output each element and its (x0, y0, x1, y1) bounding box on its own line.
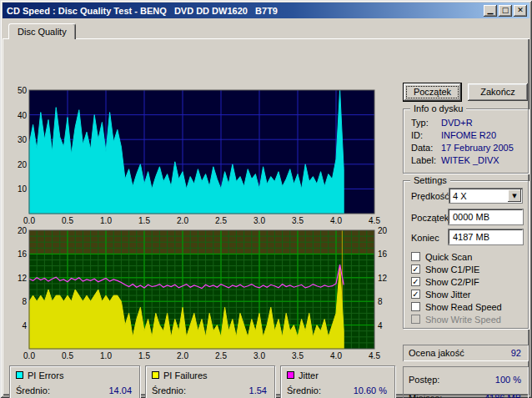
svg-text:30: 30 (18, 135, 28, 144)
svg-text:16: 16 (18, 249, 28, 259)
checkbox-box: ✓ (411, 264, 420, 274)
tab-page: 0.00.51.01.52.02.53.03.54.04.51020304050… (3, 38, 529, 395)
checkbox-label: Quick Scan (425, 252, 472, 262)
pi-failures-panel: PI Failures Średnio:1.54 Maksimum:14 Cał… (145, 365, 275, 398)
window-controls: ▁ □ ✕ (484, 5, 529, 17)
disc-type-label: Typ: (411, 118, 441, 128)
disc-date-value: 17 February 2005 (441, 143, 514, 153)
end-position-input[interactable] (449, 229, 523, 244)
svg-text:0.5: 0.5 (62, 216, 73, 225)
speed-select[interactable]: 4 X ▼ (449, 188, 523, 204)
settings-group: Settings Prędkość 4 X ▼ Początek Koniec … (403, 180, 529, 329)
checkbox-box (411, 315, 420, 324)
svg-text:2.5: 2.5 (215, 216, 227, 225)
pi-failures-jitter-chart: 0.00.51.01.52.02.53.03.54.04.54812162048… (9, 227, 396, 362)
svg-text:0.0: 0.0 (23, 216, 35, 225)
pi-failures-swatch-icon (152, 371, 159, 379)
svg-text:20: 20 (18, 160, 28, 169)
checkmark-icon: ✓ (412, 278, 419, 285)
exit-button[interactable]: Zakończ (468, 83, 528, 101)
stat-label: Średnio: (152, 385, 186, 395)
svg-text:4.0: 4.0 (330, 351, 342, 360)
disc-label-label: Label: (411, 155, 441, 165)
svg-text:4.5: 4.5 (369, 351, 380, 360)
quality-score-value: 92 (511, 348, 521, 358)
checkbox-label: Show Jitter (425, 290, 470, 300)
checkbox-label: Show C2/PIF (425, 277, 479, 287)
svg-text:2.5: 2.5 (215, 351, 227, 360)
svg-text:3.0: 3.0 (253, 351, 265, 360)
progress-value: 100 % (495, 375, 521, 385)
svg-text:12: 12 (378, 274, 388, 283)
jitter-swatch-icon (287, 371, 294, 379)
start-position-label: Początek (411, 213, 449, 223)
disc-date-label: Data: (411, 143, 441, 153)
start-button[interactable]: Początek (404, 83, 461, 101)
tab-disc-quality[interactable]: Disc Quality (8, 23, 76, 39)
minimize-button[interactable]: ▁ (484, 5, 497, 17)
svg-text:3.5: 3.5 (292, 351, 304, 360)
stat-value: 1.54 (249, 385, 267, 395)
checkbox-label: Show C1/PIE (425, 264, 479, 275)
maximize-button[interactable]: □ (499, 5, 512, 17)
checkbox-box: ✓ (411, 290, 420, 299)
svg-text:1.5: 1.5 (138, 351, 150, 360)
checkmark-icon: ✓ (412, 265, 419, 273)
pi-errors-title: PI Errors (28, 370, 63, 380)
checkmark-icon: ✓ (412, 290, 419, 298)
minimize-icon: ▁ (488, 6, 494, 14)
end-position-label: Koniec (411, 233, 439, 243)
disc-id-value: INFOME R20 (441, 130, 496, 140)
svg-text:4: 4 (22, 321, 27, 330)
window-title: CD Speed : Disc Quality Test - BENQ DVD … (7, 6, 278, 16)
svg-text:20: 20 (378, 227, 388, 235)
svg-text:12: 12 (18, 274, 28, 283)
svg-text:1.0: 1.0 (100, 216, 112, 225)
checkbox-show-jitter[interactable]: ✓ Show Jitter (411, 289, 470, 300)
svg-text:50: 50 (18, 87, 28, 95)
settings-caption: Settings (410, 175, 450, 186)
checkbox-label: Show Write Speed (425, 315, 501, 325)
stat-label: Średnio: (287, 385, 321, 395)
disc-id-label: ID: (411, 130, 441, 140)
svg-text:2.0: 2.0 (177, 216, 188, 225)
svg-text:3.5: 3.5 (292, 216, 304, 225)
svg-text:8: 8 (22, 297, 27, 306)
svg-text:0.5: 0.5 (62, 351, 73, 360)
position-value: 4186 MB (484, 393, 521, 398)
svg-text:3.0: 3.0 (253, 216, 265, 225)
speed-dropdown-button[interactable]: ▼ (508, 189, 521, 202)
svg-text:1.5: 1.5 (138, 216, 150, 225)
app-window: CD Speed : Disc Quality Test - BENQ DVD … (0, 0, 532, 398)
quality-score-panel: Ocena jakość 92 (403, 345, 529, 361)
title-bar[interactable]: CD Speed : Disc Quality Test - BENQ DVD … (3, 3, 529, 18)
disc-info-caption: Info o dysku (410, 103, 466, 114)
disc-type-value: DVD+R (441, 118, 473, 128)
svg-text:4.5: 4.5 (369, 216, 380, 225)
pi-errors-swatch-icon (16, 371, 23, 379)
close-button[interactable]: ✕ (514, 5, 527, 17)
checkbox-quick-scan[interactable]: Quick Scan (411, 251, 472, 262)
checkbox-show-c2-pif[interactable]: ✓ Show C2/PIF (411, 276, 479, 287)
maximize-icon: □ (502, 6, 509, 14)
svg-text:1.0: 1.0 (100, 351, 112, 360)
speed-label: Prędkość (411, 191, 449, 201)
pi-errors-chart: 0.00.51.01.52.02.53.03.54.04.51020304050 (9, 87, 396, 227)
stat-value: 10.60 % (354, 385, 387, 395)
quality-score-label: Ocena jakość (409, 348, 464, 358)
start-position-input[interactable] (449, 209, 523, 224)
chevron-down-icon: ▼ (512, 193, 516, 199)
checkbox-show-read-speed[interactable]: Show Read Speed (411, 301, 502, 312)
progress-panel: Postęp:100 % Miejsce:4186 MB Prędk.:4.04… (403, 366, 529, 398)
svg-text:4.0: 4.0 (330, 216, 342, 225)
jitter-title: Jitter (299, 370, 319, 380)
svg-text:2.0: 2.0 (177, 351, 188, 360)
jitter-panel: Jitter Średnio:10.60 % Maksimum:14.2 % P… (280, 365, 395, 398)
speed-value: 4 X (449, 191, 508, 201)
checkbox-show-c1-pie[interactable]: ✓ Show C1/PIE (411, 264, 479, 275)
svg-text:8: 8 (378, 297, 383, 306)
pi-errors-panel: PI Errors Średnio:14.04 Maksimum:43 Cało… (9, 365, 140, 398)
disc-info-group: Info o dysku Typ:DVD+R ID:INFOME R20 Dat… (403, 108, 529, 174)
svg-text:10: 10 (18, 184, 28, 194)
pi-failures-title: PI Failures (163, 370, 208, 380)
